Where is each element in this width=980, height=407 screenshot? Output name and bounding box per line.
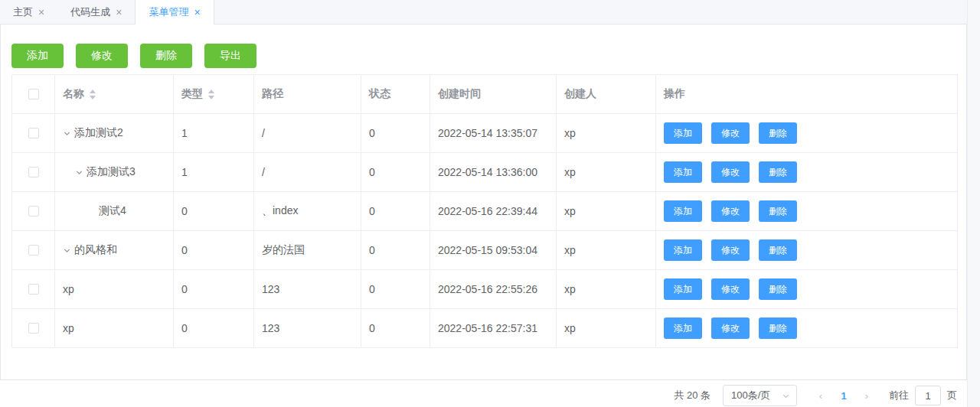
row-action-delete-button[interactable]: 删除 <box>759 200 797 222</box>
cell-name: 添加测试3 <box>55 153 174 192</box>
tab-2[interactable]: 菜单管理× <box>135 0 214 24</box>
row-action-delete-button[interactable]: 删除 <box>759 122 797 144</box>
toolbar-button-2[interactable]: 删除 <box>140 44 192 68</box>
cell-operations: 添加修改删除 <box>656 114 958 153</box>
row-action-delete-button[interactable]: 删除 <box>759 239 797 261</box>
tab-bar: 主页×代码生成×菜单管理× <box>0 0 967 24</box>
cell-select <box>12 231 55 270</box>
tab-label: 主页 <box>13 5 33 19</box>
row-checkbox[interactable] <box>28 167 39 177</box>
row-checkbox[interactable] <box>28 323 39 334</box>
column-label: 状态 <box>369 87 390 99</box>
sort-carets-icon[interactable] <box>208 90 214 99</box>
row-action-edit-button[interactable]: 修改 <box>711 122 750 144</box>
row-action-delete-button[interactable]: 删除 <box>759 278 797 300</box>
row-name: xp <box>63 322 74 334</box>
table-row: xp012302022-05-16 22:55:26xp添加修改删除 <box>12 270 958 309</box>
expand-arrow-icon[interactable] <box>63 129 74 138</box>
app-window: 主页×代码生成×菜单管理× 添加修改删除导出 名称类型路径状态创建时间创建人操作… <box>0 0 967 407</box>
cell-creator: xp <box>557 270 656 309</box>
cell-name: xp <box>55 309 174 348</box>
row-action-edit-button[interactable]: 修改 <box>711 239 750 261</box>
cell-name: 的风格和 <box>55 231 174 270</box>
tab-1[interactable]: 代码生成× <box>57 0 135 24</box>
row-name: 的风格和 <box>74 243 117 257</box>
column-label: 创建时间 <box>438 87 481 99</box>
row-checkbox[interactable] <box>28 245 39 256</box>
next-page-button[interactable]: › <box>855 390 878 402</box>
cell-type: 0 <box>174 270 254 309</box>
content-card: 添加修改删除导出 名称类型路径状态创建时间创建人操作 添加测试21/02022-… <box>0 24 967 380</box>
goto-page-input[interactable] <box>915 386 941 405</box>
cell-select <box>12 192 55 231</box>
select-all-checkbox[interactable] <box>28 89 39 99</box>
expand-arrow-icon[interactable] <box>63 246 74 255</box>
cell-name: 测试4 <box>55 192 174 231</box>
close-icon[interactable]: × <box>194 7 200 18</box>
cell-name: xp <box>55 270 174 309</box>
tab-0[interactable]: 主页× <box>0 0 57 24</box>
cell-status: 0 <box>361 231 430 270</box>
prev-page-button[interactable]: ‹ <box>809 390 832 402</box>
cell-select <box>12 114 55 153</box>
page-size-value: 100条/页 <box>731 389 770 402</box>
toolbar: 添加修改删除导出 <box>11 44 956 68</box>
cell-select <box>12 270 55 309</box>
cell-created: 2022-05-16 22:55:26 <box>430 270 557 309</box>
cell-operations: 添加修改删除 <box>656 309 958 348</box>
cell-status: 0 <box>361 153 430 192</box>
row-action-add-button[interactable]: 添加 <box>664 239 702 261</box>
scrollbar-track[interactable] <box>967 0 980 407</box>
tab-label: 菜单管理 <box>149 5 188 19</box>
row-action-edit-button[interactable]: 修改 <box>711 200 750 222</box>
page-size-select[interactable]: 100条/页 <box>723 385 797 406</box>
row-action-edit-button[interactable]: 修改 <box>711 317 750 339</box>
row-action-add-button[interactable]: 添加 <box>664 161 702 183</box>
column-label: 创建人 <box>564 87 596 99</box>
row-checkbox[interactable] <box>28 206 39 217</box>
menu-table: 名称类型路径状态创建时间创建人操作 添加测试21/02022-05-14 13:… <box>11 74 958 348</box>
cell-created: 2022-05-16 22:57:31 <box>430 309 557 348</box>
toolbar-button-3[interactable]: 导出 <box>204 44 256 68</box>
row-action-delete-button[interactable]: 删除 <box>759 317 797 339</box>
expand-arrow-icon[interactable] <box>75 168 87 177</box>
header-cell-3: 路径 <box>254 75 361 114</box>
row-name: 添加测试3 <box>87 165 136 179</box>
cell-type: 0 <box>174 309 254 348</box>
row-action-delete-button[interactable]: 删除 <box>759 161 797 183</box>
row-action-add-button[interactable]: 添加 <box>664 122 702 144</box>
cell-status: 0 <box>361 114 430 153</box>
row-action-add-button[interactable]: 添加 <box>664 317 702 339</box>
row-action-add-button[interactable]: 添加 <box>664 278 702 300</box>
cell-path: / <box>254 114 361 153</box>
toolbar-button-0[interactable]: 添加 <box>11 44 64 68</box>
cell-select <box>12 153 55 192</box>
cell-type: 1 <box>174 153 254 192</box>
header-cell-6: 创建人 <box>557 75 656 114</box>
cell-type: 0 <box>174 192 254 231</box>
sort-carets-icon[interactable] <box>90 90 96 99</box>
table-row: xp012302022-05-16 22:57:31xp添加修改删除 <box>12 309 958 348</box>
header-cell-4: 状态 <box>361 75 430 114</box>
cell-path: 123 <box>254 309 361 348</box>
cell-creator: xp <box>557 114 656 153</box>
toolbar-button-1[interactable]: 修改 <box>76 44 128 68</box>
cell-status: 0 <box>361 270 430 309</box>
close-icon[interactable]: × <box>38 7 44 18</box>
cell-creator: xp <box>557 192 656 231</box>
header-cell-0 <box>12 75 55 114</box>
row-checkbox[interactable] <box>28 284 39 295</box>
cell-creator: xp <box>557 309 656 348</box>
cell-operations: 添加修改删除 <box>656 231 958 270</box>
row-checkbox[interactable] <box>28 128 39 138</box>
header-cell-7: 操作 <box>656 75 958 114</box>
pagination-bar: 共 20 条 100条/页 ‹ 1 › 前往 页 <box>0 385 957 406</box>
cell-created: 2022-05-15 09:53:04 <box>430 231 557 270</box>
row-action-edit-button[interactable]: 修改 <box>711 161 750 183</box>
close-icon[interactable]: × <box>116 7 122 18</box>
page-number-1[interactable]: 1 <box>832 390 855 402</box>
row-action-edit-button[interactable]: 修改 <box>711 278 750 300</box>
row-action-add-button[interactable]: 添加 <box>664 200 702 222</box>
cell-created: 2022-05-14 13:36:00 <box>430 153 557 192</box>
cell-type: 1 <box>174 114 254 153</box>
